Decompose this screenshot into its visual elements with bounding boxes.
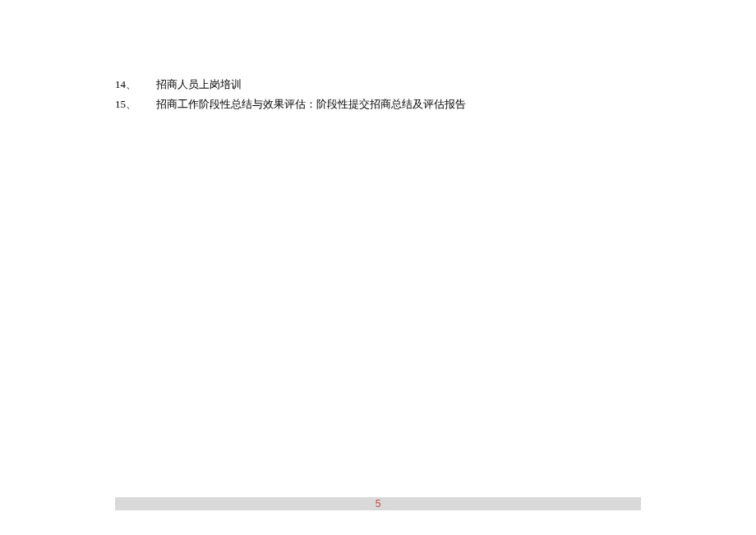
list-number: 15、 (115, 95, 156, 113)
page-footer: 5 (115, 497, 641, 510)
document-content: 14、 招商人员上岗培训 15、 招商工作阶段性总结与效果评估：阶段性提交招商总… (0, 0, 756, 113)
page-number: 5 (376, 498, 381, 510)
list-item: 15、 招商工作阶段性总结与效果评估：阶段性提交招商总结及评估报告 (115, 95, 641, 113)
list-text: 招商工作阶段性总结与效果评估：阶段性提交招商总结及评估报告 (156, 95, 641, 113)
list-text: 招商人员上岗培训 (156, 76, 641, 94)
list-item: 14、 招商人员上岗培训 (115, 76, 641, 94)
list-number: 14、 (115, 76, 156, 94)
